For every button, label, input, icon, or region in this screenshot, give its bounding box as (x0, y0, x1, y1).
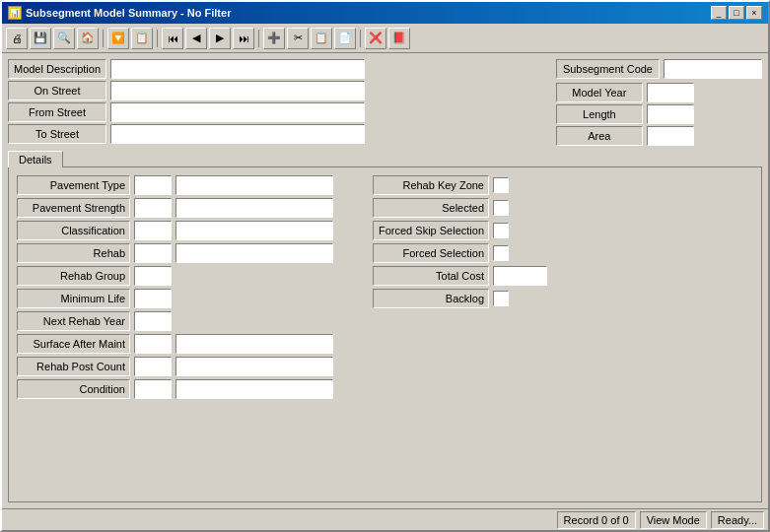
classification-row: Classification (17, 221, 333, 240)
subsegment-code-row: Subsegment Code (556, 59, 762, 79)
minimize-button[interactable]: _ (711, 6, 727, 20)
backlog-checkbox[interactable] (493, 291, 509, 306)
left-header-fields: Model Description On Street From Street … (8, 59, 548, 144)
content-area: Model Description On Street From Street … (2, 53, 768, 508)
total-cost-label: Total Cost (373, 266, 489, 286)
on-street-label: On Street (8, 81, 106, 100)
surface-after-maint-input-small[interactable] (134, 334, 172, 354)
to-street-label: To Street (8, 124, 106, 144)
last-record-button[interactable]: ⏭ (233, 28, 254, 49)
next-rehab-year-input[interactable] (134, 311, 172, 331)
pavement-strength-label: Pavement Strength (17, 198, 130, 218)
main-window: 📊 Subsegment Model Summary - No Filter _… (0, 0, 770, 532)
minimum-life-row: Minimum Life (17, 289, 333, 308)
rehab-group-row: Rehab Group (17, 266, 333, 286)
pavement-type-row: Pavement Type (17, 175, 333, 195)
rehab-group-input[interactable] (134, 266, 172, 286)
home-button[interactable]: 🏠 (77, 28, 99, 49)
length-input[interactable] (647, 104, 694, 124)
from-street-row: From Street (8, 102, 548, 122)
pavement-strength-row: Pavement Strength (17, 198, 333, 218)
copy-button[interactable]: 📋 (311, 28, 332, 49)
pavement-strength-input-small[interactable] (134, 198, 172, 218)
save-button[interactable]: 💾 (30, 28, 51, 49)
rehab-row: Rehab (17, 243, 333, 263)
rehab-label: Rehab (17, 243, 130, 263)
report-button[interactable]: 📕 (388, 28, 410, 49)
classification-input-small[interactable] (134, 221, 172, 240)
rehab-post-count-input-long[interactable] (175, 357, 333, 376)
first-record-button[interactable]: ⏮ (162, 28, 183, 49)
classification-input-long[interactable] (175, 221, 333, 240)
print-button[interactable]: 🖨 (6, 28, 28, 49)
total-cost-row: Total Cost (373, 266, 547, 286)
rehab-input-small[interactable] (134, 243, 172, 263)
forced-skip-selection-checkbox[interactable] (493, 223, 509, 238)
next-rehab-year-label: Next Rehab Year (17, 311, 130, 331)
model-description-row: Model Description (8, 59, 548, 79)
title-buttons: _ □ × (711, 6, 762, 20)
next-record-button[interactable]: ▶ (209, 28, 231, 49)
filter-button[interactable]: 🔽 (107, 28, 129, 49)
tab-header: Details (8, 150, 762, 166)
status-bar: Record 0 of 0 View Mode Ready... (2, 508, 768, 530)
details-right: Rehab Key Zone Selected Forced Skip Sele… (373, 175, 547, 494)
pavement-strength-input-long[interactable] (175, 198, 333, 218)
condition-input-long[interactable] (175, 379, 333, 399)
delete-button[interactable]: ❌ (365, 28, 386, 49)
selected-label: Selected (373, 198, 489, 218)
to-street-input[interactable] (110, 124, 365, 144)
rehab-key-zone-checkbox[interactable] (493, 177, 509, 193)
area-label: Area (556, 126, 643, 146)
search-button[interactable]: 🔍 (53, 28, 75, 49)
from-street-input[interactable] (110, 102, 365, 122)
length-row: Length (556, 104, 762, 124)
rehab-input-long[interactable] (175, 243, 333, 263)
model-description-label: Model Description (8, 59, 106, 79)
model-description-input[interactable] (110, 59, 365, 79)
forced-skip-selection-label: Forced Skip Selection (373, 221, 489, 240)
selected-row: Selected (373, 198, 547, 218)
next-rehab-year-row: Next Rehab Year (17, 311, 333, 331)
from-street-label: From Street (8, 102, 106, 122)
length-label: Length (556, 104, 643, 124)
condition-row: Condition (17, 379, 333, 399)
pavement-type-input-long[interactable] (175, 175, 333, 195)
title-bar: 📊 Subsegment Model Summary - No Filter _… (2, 2, 768, 24)
maximize-button[interactable]: □ (729, 6, 744, 20)
area-input[interactable] (647, 126, 694, 146)
close-button[interactable]: × (746, 6, 762, 20)
condition-input-small[interactable] (134, 379, 172, 399)
pavement-type-input-small[interactable] (134, 175, 172, 195)
minimum-life-label: Minimum Life (17, 289, 130, 308)
prev-record-button[interactable]: ◀ (185, 28, 207, 49)
paste-button[interactable]: 📄 (334, 28, 356, 49)
separator-2 (157, 30, 158, 47)
add-button[interactable]: ➕ (263, 28, 285, 49)
forced-selection-checkbox[interactable] (493, 245, 509, 261)
separator-1 (103, 30, 104, 47)
rehab-key-zone-row: Rehab Key Zone (373, 175, 547, 195)
backlog-row: Backlog (373, 289, 547, 308)
cut-button[interactable]: ✂ (287, 28, 309, 49)
tab-details[interactable]: Details (8, 151, 63, 167)
rehab-key-zone-label: Rehab Key Zone (373, 175, 489, 195)
backlog-label: Backlog (373, 289, 489, 308)
rehab-group-label: Rehab Group (17, 266, 130, 286)
total-cost-input[interactable] (493, 266, 547, 286)
header-section: Model Description On Street From Street … (8, 59, 762, 146)
to-street-row: To Street (8, 124, 548, 144)
toolbar: 🖨 💾 🔍 🏠 🔽 📋 ⏮ ◀ ▶ ⏭ ➕ ✂ 📋 📄 ❌ 📕 (2, 24, 768, 53)
subsegment-code-input[interactable] (664, 59, 762, 79)
rehab-post-count-input-small[interactable] (134, 357, 172, 376)
details-left: Pavement Type Pavement Strength Classifi… (17, 175, 333, 494)
selected-checkbox[interactable] (493, 200, 509, 216)
minimum-life-input[interactable] (134, 289, 172, 308)
area-row: Area (556, 126, 762, 146)
separator-4 (360, 30, 361, 47)
on-street-input[interactable] (110, 81, 365, 100)
model-year-input[interactable] (647, 83, 694, 102)
model-year-label: Model Year (556, 83, 643, 102)
layout-button[interactable]: 📋 (131, 28, 153, 49)
surface-after-maint-input-long[interactable] (175, 334, 333, 354)
